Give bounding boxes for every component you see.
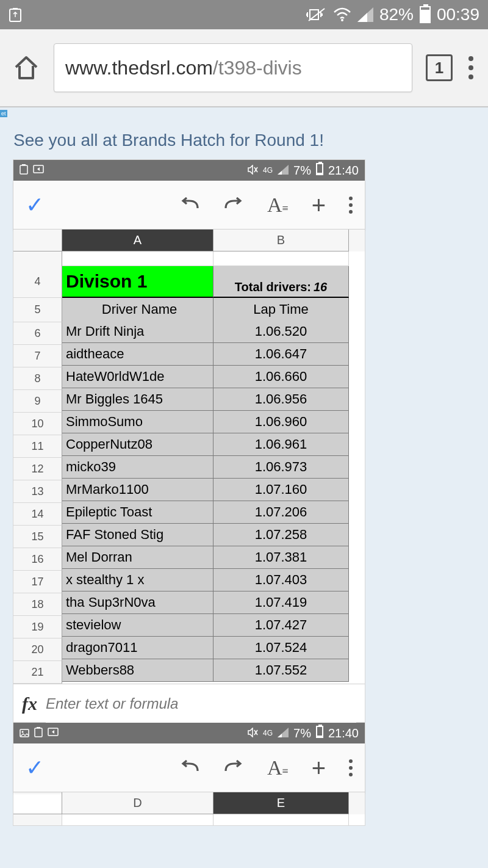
driver-name-cell[interactable]: Mr Biggles 1645	[62, 388, 214, 411]
driver-name-cell[interactable]: x stealthy 1 x	[62, 569, 214, 591]
row-number[interactable]: 19	[13, 616, 62, 638]
home-icon[interactable]	[12, 54, 40, 82]
row-number[interactable]: 14	[13, 503, 62, 526]
driver-name-cell[interactable]: micko39	[62, 456, 214, 479]
driver-name-cell[interactable]: aidtheace	[62, 343, 214, 366]
undo-icon[interactable]	[179, 193, 200, 217]
text-format-icon-2[interactable]: A≡	[267, 756, 289, 779]
driver-name-cell[interactable]: MrMarko1100	[62, 479, 214, 501]
driver-name-cell[interactable]: SimmoSumo	[62, 411, 214, 433]
lap-time-cell[interactable]: 1.06.960	[214, 411, 349, 433]
inner2-network-label: 4G	[263, 729, 273, 737]
overflow-menu-icon[interactable]	[466, 54, 476, 82]
recycle-icon	[9, 7, 22, 23]
sheets-overflow-icon[interactable]	[349, 197, 353, 214]
driver-name-cell[interactable]: FAF Stoned Stig	[62, 524, 214, 546]
total-drivers-cell[interactable]: Total drivers:16	[214, 266, 349, 298]
driver-name-cell[interactable]: Webbers88	[62, 659, 214, 682]
lap-time-cell[interactable]: 1.07.206	[214, 501, 349, 524]
row-number[interactable]: 4	[13, 266, 62, 298]
division-title-cell[interactable]: Divison 1	[62, 266, 214, 298]
browser-toolbar: www.thedsrl.com/t398-divis 1	[0, 29, 488, 107]
sheet-corner[interactable]	[13, 230, 62, 251]
svg-point-1	[341, 19, 343, 21]
lap-time-cell[interactable]: 1.06.973	[214, 456, 349, 479]
data-row: Epileptic Toast1.07.206	[62, 501, 365, 524]
row-number[interactable]: 15	[13, 526, 62, 548]
driver-name-cell[interactable]: stevielow	[62, 614, 214, 637]
lap-time-cell[interactable]: 1.06.647	[214, 343, 349, 366]
url-path: /t398-divis	[213, 57, 302, 79]
cell[interactable]	[62, 251, 214, 266]
svg-point-5	[22, 731, 24, 732]
driver-name-cell[interactable]: tha Sup3rN0va	[62, 591, 214, 614]
driver-name-cell[interactable]: CopperNutz08	[62, 433, 214, 456]
embedded-spreadsheet-2: 4G 7% 21:40 ✓ A≡ + D E	[13, 723, 365, 825]
col-header-d[interactable]: D	[62, 792, 214, 814]
driver-name-cell[interactable]: Mr Drift Ninja	[62, 320, 214, 343]
row-number[interactable]	[13, 251, 62, 266]
driver-name-cell[interactable]: HateW0rldW1de	[62, 366, 214, 388]
sheet2-corner[interactable]	[13, 792, 62, 814]
redo-icon[interactable]	[223, 193, 244, 217]
col-header-a[interactable]: A	[62, 230, 214, 251]
accept-icon-2[interactable]: ✓	[26, 755, 44, 781]
row-number[interactable]: 20	[13, 638, 62, 661]
page-body: See you all at Brands Hatch for Round 1!…	[0, 107, 488, 825]
undo-icon-2[interactable]	[179, 756, 200, 779]
lap-time-cell[interactable]: 1.07.381	[214, 546, 349, 569]
lap-time-cell[interactable]: 1.07.258	[214, 524, 349, 546]
row-number[interactable]: 21	[13, 661, 62, 684]
lap-time-cell[interactable]: 1.07.552	[214, 659, 349, 682]
row-number[interactable]: 6	[13, 322, 62, 345]
column-subheader[interactable]: Lap Time	[214, 298, 349, 322]
inner-battery-percent: 7%	[293, 164, 311, 178]
formula-input[interactable]	[46, 684, 356, 723]
lap-time-cell[interactable]: 1.07.419	[214, 591, 349, 614]
col-header-b[interactable]: B	[214, 230, 349, 251]
lap-time-cell[interactable]: 1.06.660	[214, 366, 349, 388]
formula-bar: fx	[13, 684, 365, 723]
data-row: HateW0rldW1de1.06.660	[62, 366, 365, 388]
cell[interactable]	[214, 251, 349, 266]
row-number[interactable]: 16	[13, 548, 62, 571]
battery-percent: 82%	[379, 5, 414, 24]
lap-time-cell[interactable]: 1.07.524	[214, 637, 349, 659]
data-row: Mr Drift Ninja1.06.520	[62, 320, 365, 343]
redo-icon-2[interactable]	[223, 756, 244, 779]
sheet-body: 456789101112131415161718192021 Divison 1…	[13, 251, 365, 684]
lap-time-cell[interactable]: 1.06.961	[214, 433, 349, 456]
url-bar[interactable]: www.thedsrl.com/t398-divis	[54, 43, 412, 92]
text-format-icon[interactable]: A≡	[267, 193, 289, 217]
lap-time-cell[interactable]: 1.06.956	[214, 388, 349, 411]
lap-time-cell[interactable]: 1.06.520	[214, 320, 349, 343]
driver-name-cell[interactable]: dragon7011	[62, 637, 214, 659]
row-number[interactable]: 12	[13, 458, 62, 480]
driver-name-cell[interactable]: Epileptic Toast	[62, 501, 214, 524]
row-number[interactable]: 18	[13, 593, 62, 616]
row-number[interactable]: 5	[13, 298, 62, 322]
tab-switcher[interactable]: 1	[426, 54, 453, 81]
accept-icon[interactable]: ✓	[26, 192, 44, 218]
lap-time-cell[interactable]: 1.07.403	[214, 569, 349, 591]
sheets-overflow-icon-2[interactable]	[349, 759, 353, 776]
add-icon[interactable]: +	[312, 198, 326, 212]
driver-name-cell[interactable]: Mel Dorran	[62, 546, 214, 569]
row-number[interactable]: 10	[13, 413, 62, 435]
row-number[interactable]: 17	[13, 571, 62, 593]
row-number[interactable]: 8	[13, 367, 62, 390]
row-number[interactable]: 9	[13, 390, 62, 413]
inner-cast-icon	[33, 164, 44, 178]
column-subheader[interactable]: Driver Name	[62, 298, 214, 322]
inner2-battery-icon	[316, 726, 323, 741]
lap-time-cell[interactable]: 1.07.160	[214, 479, 349, 501]
svg-rect-6	[35, 728, 42, 737]
col-header-e[interactable]: E	[214, 792, 349, 814]
lap-time-cell[interactable]: 1.07.427	[214, 614, 349, 637]
row-number[interactable]: 11	[13, 435, 62, 458]
row-number[interactable]: 7	[13, 345, 62, 367]
row-number[interactable]: 13	[13, 480, 62, 503]
data-row: aidtheace1.06.647	[62, 343, 365, 366]
sheet2-blank-row	[13, 814, 365, 825]
add-icon-2[interactable]: +	[312, 761, 326, 775]
